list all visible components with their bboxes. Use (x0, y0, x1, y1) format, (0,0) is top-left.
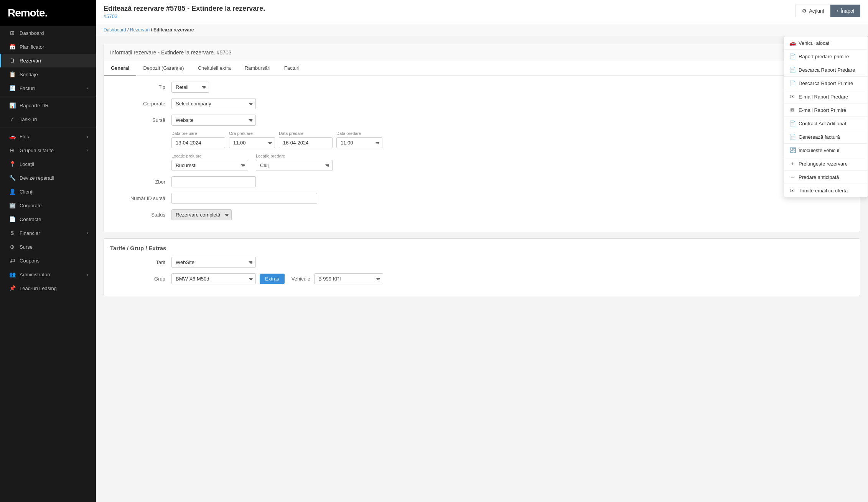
sursa-select[interactable]: Website Direct Agent (171, 115, 256, 126)
dropdown-item-genereaza[interactable]: 📄 Generează factură (784, 130, 868, 144)
tab-general[interactable]: General (104, 61, 136, 75)
status-select[interactable]: Rezervare completă Anulată Activă Finali… (171, 209, 232, 220)
dropdown-icon-descarca-primire: 📄 (789, 80, 796, 86)
nav-icon-planificator: 📅 (9, 44, 16, 50)
dropdown-item-descarca-predare[interactable]: 📄 Descarca Raport Predare (784, 63, 868, 77)
back-button[interactable]: ‹ Înapoi (830, 5, 860, 17)
vehicule-select[interactable]: B 999 KPI (314, 273, 383, 284)
tarif-select-wrap: WebSite Direct Corporate (171, 257, 256, 268)
tip-select[interactable]: Retail Corporate Lease (171, 82, 209, 93)
sidebar-item-devize[interactable]: 🔧 Devize reparatii (0, 171, 96, 185)
breadcrumb-dashboard[interactable]: Dashboard (104, 27, 126, 33)
breadcrumb: Dashboard / Rezervări / Editează rezerva… (96, 24, 868, 36)
nav-icon-devize: 🔧 (9, 175, 16, 181)
dropdown-item-raport-predare[interactable]: 📄 Raport predare-primire (784, 50, 868, 63)
sidebar-item-facturi[interactable]: 🧾 Facturi ‹ (0, 81, 96, 95)
sidebar-item-grupuri[interactable]: ⊞ Grupuri și tarife ‹ (0, 143, 96, 157)
nav-label-lead-uri: Lead-uri Leasing (20, 285, 57, 291)
sidebar-item-sondaje[interactable]: 📋 Sondaje (0, 67, 96, 81)
nav-icon-contracte: 📄 (9, 216, 16, 222)
tab-rambursari[interactable]: Rambursări (238, 61, 277, 75)
numar-id-input[interactable] (171, 193, 317, 204)
sidebar-divider (0, 97, 96, 97)
locatie-preluare-wrap: Bucuresti (171, 160, 248, 171)
corporate-select-wrap: Select company (171, 98, 256, 109)
sidebar-item-coupons[interactable]: 🏷 Coupons (0, 254, 96, 267)
tarife-body: Tarife / Grup / Extras Tarif WebSite Dir… (104, 239, 860, 296)
data-predare-input[interactable] (279, 137, 333, 148)
sidebar-item-surse[interactable]: ⊕ Surse (0, 240, 96, 254)
sidebar-item-lead-uri[interactable]: 📌 Lead-uri Leasing (0, 281, 96, 295)
tabs: GeneralDepozit (Garanție)Cheltuieli extr… (104, 61, 860, 75)
nav-arrow-grupuri: ‹ (87, 148, 88, 153)
dropdown-icon-vehicul-alocat: 🚗 (789, 40, 796, 46)
nav-label-devize: Devize reparatii (20, 175, 54, 181)
nav-label-rapoarte: Rapoarte DR (20, 103, 49, 108)
dropdown-item-descarca-primire[interactable]: 📄 Descarca Raport Primire (784, 77, 868, 90)
sidebar-item-rezervari[interactable]: 🗒 Rezervări (0, 54, 96, 67)
main-content: Editează rezervare #5785 - Extindere la … (96, 0, 868, 502)
sidebar-item-locatii[interactable]: 📍 Locații (0, 157, 96, 171)
tarif-select[interactable]: WebSite Direct Corporate (171, 257, 256, 268)
ora-preluare-select[interactable]: 11:00 (229, 137, 275, 148)
data-predare2-select[interactable]: 11:00 (336, 137, 382, 148)
nav-label-facturi: Facturi (20, 85, 35, 91)
dropdown-label-raport-predare: Raport predare-primire (799, 54, 849, 59)
numar-id-row: Număr ID sursă (110, 193, 854, 204)
breadcrumb-rezervari[interactable]: Rezervări (130, 27, 150, 33)
dropdown-item-inlocuieste[interactable]: 🔄 Înlocuiește vehicul (784, 144, 868, 157)
breadcrumb-current: Editează rezervare (153, 27, 194, 33)
dropdown-item-predare-anticipata[interactable]: − Predare anticipată (784, 171, 868, 184)
sidebar-item-flota[interactable]: 🚗 Flotă ‹ (0, 130, 96, 143)
sidebar-divider (0, 128, 96, 128)
tarif-label: Tarif (110, 259, 171, 265)
nav-icon-rapoarte: 📊 (9, 102, 16, 108)
sidebar-item-financiar[interactable]: $ Financiar ‹ (0, 226, 96, 240)
actions-button[interactable]: ⚙ Acțiuni (796, 5, 830, 17)
numar-id-label: Număr ID sursă (110, 195, 171, 201)
sidebar-nav: ⊞ Dashboard 📅 Planificator 🗒 Rezervări 📋… (0, 26, 96, 295)
locatie-predare-select[interactable]: Cluj (256, 160, 333, 171)
sidebar-item-contracte[interactable]: 📄 Contracte (0, 212, 96, 226)
dropdown-item-trimite-email[interactable]: ✉ Trimite email cu oferta (784, 184, 868, 197)
nav-icon-financiar: $ (9, 230, 16, 236)
tab-cheltuieli[interactable]: Cheltuieli extra (191, 61, 238, 75)
sidebar-item-dashboard[interactable]: ⊞ Dashboard (0, 26, 96, 40)
nav-icon-dashboard: ⊞ (9, 30, 16, 36)
sidebar-item-planificator[interactable]: 📅 Planificator (0, 40, 96, 54)
dropdown-label-descarca-primire: Descarca Raport Primire (799, 80, 853, 86)
tab-depozit[interactable]: Depozit (Garanție) (136, 61, 191, 75)
zbor-input[interactable] (171, 176, 256, 187)
nav-icon-flota: 🚗 (9, 133, 16, 139)
dropdown-item-prelungeste[interactable]: + Prelungește rezervare (784, 157, 868, 171)
dates-row: Dată preluare Oră preluare 11:00 (171, 131, 854, 148)
grup-select[interactable]: BMW X6 M50d (171, 273, 256, 284)
dropdown-item-vehicul-alocat[interactable]: 🚗 Vehicul alocat (784, 36, 868, 50)
locatie-predare-label: Locație predare (256, 154, 333, 158)
nav-icon-lead-uri: 📌 (9, 285, 16, 291)
data-preluare-input[interactable] (171, 137, 225, 148)
sidebar-item-rapoarte[interactable]: 📊 Rapoarte DR (0, 98, 96, 112)
tip-label: Tip (110, 84, 171, 90)
nav-label-surse: Surse (20, 244, 33, 250)
vehicule-label: Vehicule (292, 276, 310, 282)
nav-icon-administratori: 👥 (9, 271, 16, 277)
dropdown-icon-email-predare: ✉ (789, 94, 796, 100)
nav-arrow-flota: ‹ (87, 134, 88, 139)
sidebar-item-administratori[interactable]: 👥 Administratori ‹ (0, 267, 96, 281)
dropdown-item-email-primire[interactable]: ✉ E-mail Raport Primire (784, 103, 868, 117)
nav-icon-clienti: 👤 (9, 189, 16, 195)
dropdown-item-contract-act[interactable]: 📄 Contract Act Adițional (784, 117, 868, 130)
sidebar-item-corporate[interactable]: 🏢 Corporate (0, 199, 96, 212)
page-subtitle: #5703 (104, 13, 265, 19)
dropdown-item-email-predare[interactable]: ✉ E-mail Raport Predare (784, 90, 868, 103)
extras-button[interactable]: Extras (260, 274, 285, 284)
dropdown-label-genereaza: Generează factură (799, 134, 840, 140)
nav-label-locatii: Locații (20, 161, 34, 167)
sidebar-item-taskuri[interactable]: ✓ Task-uri (0, 112, 96, 126)
dropdown-label-inlocuieste: Înlocuiește vehicul (799, 148, 839, 153)
tab-facturi[interactable]: Facturi (277, 61, 306, 75)
sidebar-item-clienti[interactable]: 👤 Clienți (0, 185, 96, 199)
corporate-select[interactable]: Select company (171, 98, 256, 109)
locatie-preluare-select[interactable]: Bucuresti (171, 160, 248, 171)
